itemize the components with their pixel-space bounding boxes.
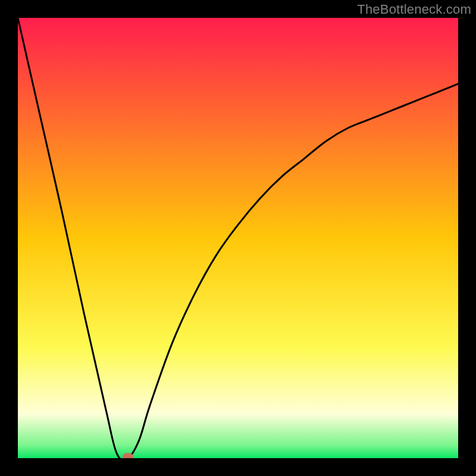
chart-container: TheBottleneck.com: [0, 0, 476, 476]
curve-layer: [18, 18, 458, 458]
plot-area: [18, 18, 458, 458]
bottleneck-curve: [18, 18, 458, 458]
watermark-text: TheBottleneck.com: [357, 2, 471, 17]
